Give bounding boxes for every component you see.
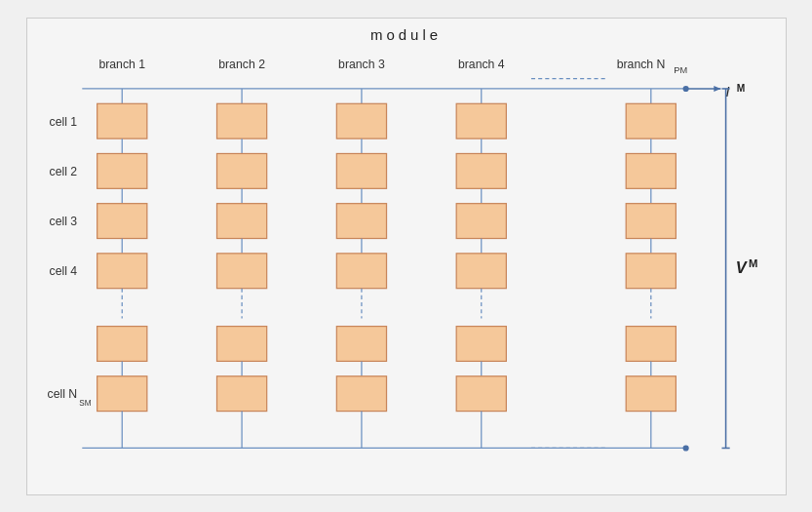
b3-cellN [336,375,386,411]
b4-cell1 [456,103,506,138]
cell4-label: cell 4 [49,264,77,278]
branchN-label: branch N [616,58,665,71]
cellN-label: cell N [47,387,77,401]
branch4-label: branch 4 [457,58,504,71]
bottom-right-dot [682,445,688,451]
cell2-label: cell 2 [49,165,77,178]
b4-cell3 [456,203,506,238]
b3-cellN1 [336,326,386,361]
b4-cell4 [456,253,506,288]
bN-cell1 [626,103,676,138]
bN-cell2 [626,153,676,188]
current-superscript: M [736,83,745,94]
b2-cell4 [216,253,266,288]
bN-cell3 [626,203,676,238]
b4-cellN [456,375,506,411]
module-container: module branch 1 branch 2 branch 3 branch… [26,18,787,495]
voltage-superscript: M [749,257,757,269]
b2-cell3 [216,203,266,238]
b4-cell2 [456,153,506,188]
bN-cell4 [626,253,676,288]
b3-cell1 [336,103,386,138]
b3-cell3 [336,203,386,238]
cellN-subscript: SM [79,399,91,408]
diagram-area: branch 1 branch 2 branch 3 branch 4 bran… [27,47,786,500]
voltage-label: V [735,258,748,276]
b4-cellN1 [456,326,506,361]
b1-cell4 [97,253,146,288]
b1-cell3 [97,203,146,238]
branch1-label: branch 1 [98,58,145,71]
b3-cell2 [336,153,386,188]
branchN-subscript: PM [674,64,687,74]
current-arrowhead [714,85,720,91]
cell1-label: cell 1 [49,114,77,128]
b1-cell2 [97,153,146,188]
bN-cellN [626,375,676,411]
cell3-label: cell 3 [49,215,77,228]
branch2-label: branch 2 [218,58,265,71]
bN-cellN1 [626,326,676,361]
b3-cell4 [336,253,386,288]
b2-cell2 [216,153,266,188]
b2-cellN1 [216,326,266,361]
b1-cellN1 [97,326,146,361]
b1-cellN [97,375,146,411]
b2-cell1 [216,103,266,138]
b1-cell1 [97,103,146,138]
b2-cellN [216,375,266,411]
module-title: module [370,26,442,43]
branch3-label: branch 3 [338,58,385,71]
